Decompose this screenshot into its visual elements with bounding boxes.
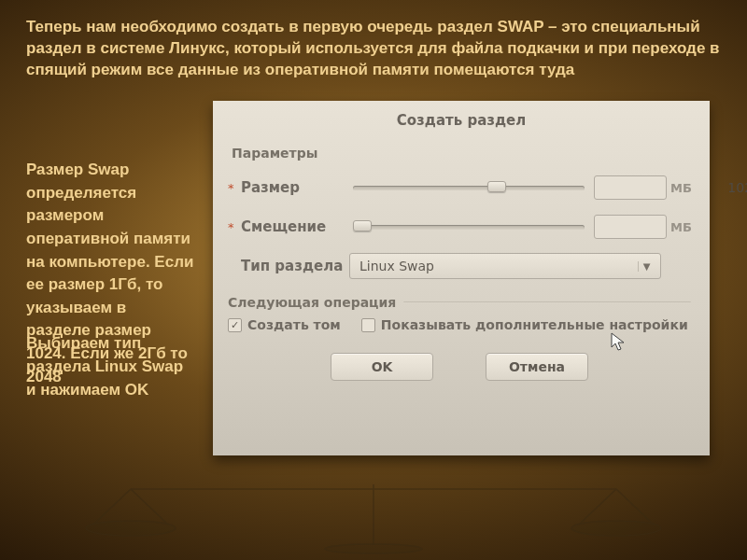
next-operation-divider: Следующая операция <box>228 295 691 310</box>
offset-spinbox[interactable]: ▲ ▼ <box>594 215 667 239</box>
svg-point-4 <box>325 544 422 553</box>
offset-label: Смещение <box>241 218 349 235</box>
options-row: ✓ Создать том Показывать дополнительные … <box>228 317 691 332</box>
section-parameters: Параметры <box>232 146 691 161</box>
cancel-button[interactable]: Отмена <box>486 353 588 381</box>
svg-point-3 <box>571 521 661 536</box>
chevron-down-icon: ▼ <box>638 261 655 272</box>
required-marker-icon: * <box>228 181 241 195</box>
dialog-buttons: OK Отмена <box>228 353 691 381</box>
slide-heading: Теперь нам необходимо создать в первую о… <box>26 17 721 81</box>
svg-point-2 <box>86 521 176 536</box>
create-volume-checkbox[interactable]: ✓ <box>228 318 242 332</box>
row-size: * Размер ▲ ▼ МБ <box>228 170 691 205</box>
slide-side-text: Размер Swap определяется размером операт… <box>26 159 194 370</box>
size-spinbox[interactable]: ▲ ▼ <box>594 175 667 200</box>
row-type: Тип раздела Linux Swap ▼ <box>228 248 691 284</box>
create-partition-dialog: Создать раздел Параметры * Размер ▲ ▼ МБ… <box>213 101 710 455</box>
size-unit: МБ <box>667 181 691 195</box>
row-offset: * Смещение ▲ ▼ МБ <box>228 209 691 245</box>
dialog-title: Создать раздел <box>213 101 710 134</box>
size-label: Размер <box>241 179 349 196</box>
next-operation-label: Следующая операция <box>228 295 396 310</box>
offset-slider[interactable] <box>349 216 594 238</box>
size-slider[interactable] <box>349 176 594 199</box>
partition-type-combo[interactable]: Linux Swap ▼ <box>349 253 661 279</box>
partition-type-value: Linux Swap <box>359 259 638 273</box>
show-advanced-checkbox[interactable] <box>361 318 375 332</box>
size-slider-thumb[interactable] <box>487 181 506 192</box>
offset-slider-thumb[interactable] <box>353 220 372 231</box>
required-marker-icon: * <box>228 220 241 234</box>
show-advanced-label: Показывать дополнительные настройки <box>381 317 688 332</box>
balance-scale-icon <box>75 480 672 554</box>
create-volume-label: Создать том <box>247 317 341 332</box>
type-label: Тип раздела <box>241 258 349 274</box>
ok-button[interactable]: OK <box>331 353 433 381</box>
offset-unit: МБ <box>667 220 691 234</box>
